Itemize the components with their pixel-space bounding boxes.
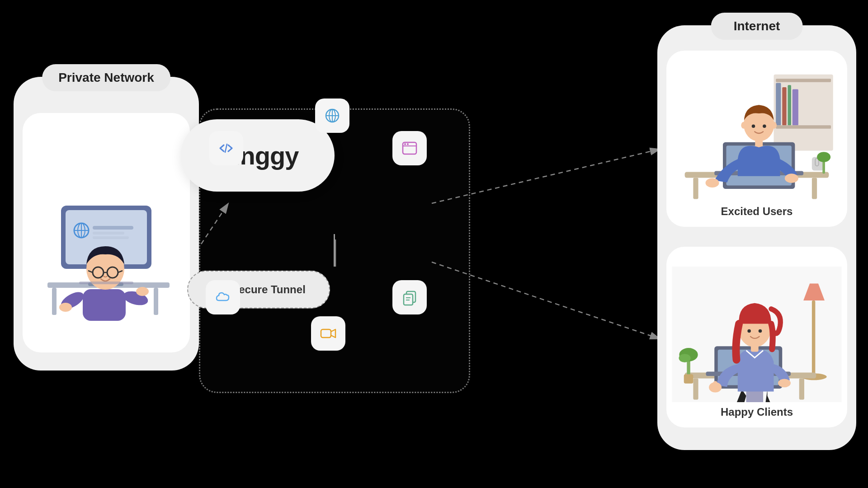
window-icon — [401, 140, 418, 157]
svg-rect-16 — [93, 226, 133, 230]
svg-rect-71 — [812, 300, 816, 377]
cloud-icon — [214, 289, 231, 306]
svg-rect-30 — [79, 282, 133, 284]
video-icon — [320, 325, 337, 342]
svg-point-93 — [759, 329, 762, 333]
svg-rect-6 — [52, 288, 57, 315]
excited-users-card: Excited Users — [666, 51, 847, 227]
svg-rect-49 — [793, 89, 798, 126]
svg-point-89 — [778, 379, 791, 387]
cloud-icon-bubble — [206, 280, 240, 314]
globe-icon — [324, 107, 341, 124]
svg-point-64 — [763, 124, 766, 128]
svg-point-38 — [404, 143, 406, 145]
vertical-connector — [334, 234, 335, 267]
private-network-box: Private Network — [14, 77, 199, 371]
svg-rect-44 — [321, 329, 331, 338]
internet-label: Internet — [711, 13, 803, 40]
svg-rect-82 — [684, 374, 693, 384]
svg-point-81 — [679, 354, 691, 362]
svg-rect-75 — [799, 379, 804, 400]
internet-box: Internet — [657, 25, 856, 450]
copy-icon — [401, 289, 418, 306]
diagram-container: Private Network — [0, 0, 868, 488]
code-icon — [217, 140, 235, 157]
svg-rect-74 — [693, 379, 698, 400]
svg-rect-53 — [693, 178, 698, 199]
svg-point-23 — [136, 287, 149, 296]
excited-user-illustration — [666, 57, 847, 202]
svg-line-35 — [225, 144, 227, 152]
svg-point-92 — [747, 329, 751, 333]
svg-rect-46 — [776, 83, 781, 126]
svg-point-39 — [407, 143, 409, 145]
code-icon-bubble — [209, 131, 243, 165]
svg-point-63 — [752, 124, 755, 128]
video-icon-bubble — [311, 316, 345, 351]
private-network-illustration — [23, 113, 190, 352]
svg-rect-88 — [713, 381, 717, 389]
svg-point-68 — [706, 178, 719, 188]
svg-point-66 — [772, 122, 777, 129]
happy-clients-card: Happy Clients — [666, 247, 847, 427]
secure-tunnel-label: Secure Tunnel — [231, 283, 306, 296]
svg-rect-50 — [776, 79, 831, 82]
svg-rect-17 — [93, 232, 124, 235]
svg-rect-51 — [776, 125, 831, 129]
svg-point-69 — [785, 174, 798, 183]
svg-point-65 — [741, 122, 746, 129]
svg-point-61 — [817, 152, 830, 162]
happy-client-illustration — [666, 258, 847, 402]
svg-rect-7 — [154, 288, 158, 315]
svg-rect-47 — [782, 87, 786, 125]
window-icon-bubble — [392, 131, 427, 165]
private-network-label: Private Network — [42, 64, 170, 91]
svg-rect-19 — [83, 289, 126, 321]
svg-point-22 — [59, 303, 72, 312]
svg-rect-48 — [788, 85, 791, 125]
pinggy-oval: Pinggy — [181, 119, 335, 192]
excited-users-label: Excited Users — [721, 205, 793, 218]
copy-icon-bubble — [392, 280, 427, 314]
developer-illustration — [34, 129, 179, 337]
happy-clients-label: Happy Clients — [721, 406, 793, 418]
svg-rect-54 — [812, 178, 817, 199]
svg-rect-18 — [93, 236, 129, 239]
globe-icon-bubble — [315, 99, 349, 133]
